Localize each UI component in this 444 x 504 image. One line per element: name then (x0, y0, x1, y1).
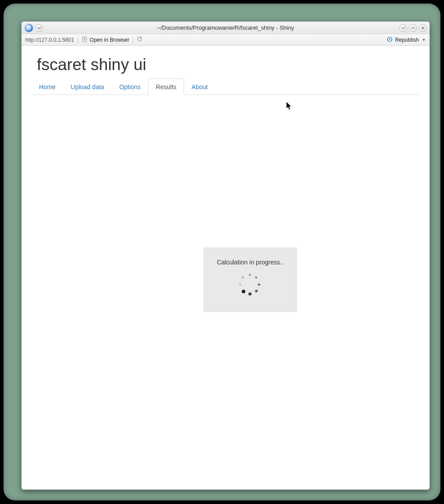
mouse-cursor-icon (286, 102, 292, 112)
tab-upload-data[interactable]: Upload data (63, 79, 112, 95)
minimize-button[interactable] (399, 24, 407, 32)
close-button[interactable] (419, 24, 427, 32)
progress-message: Calculation in progress.. (217, 259, 283, 266)
page-title: fscaret shiny ui (22, 46, 429, 79)
republish-label: Republish (395, 37, 419, 43)
app-window: R ~/Documents/Programowanie/R/fscaret_sh… (21, 21, 430, 490)
window-menu-button[interactable] (35, 24, 43, 32)
spinner-icon (239, 274, 261, 296)
publish-icon (386, 36, 393, 44)
republish-button[interactable]: Republish ▼ (386, 36, 426, 44)
open-in-browser-button[interactable]: Open in Browser (82, 36, 129, 43)
progress-box: Calculation in progress.. (204, 248, 297, 312)
r-logo-icon: R (24, 24, 33, 32)
tab-about[interactable]: About (184, 79, 216, 95)
window-title: ~/Documents/Programowanie/R/fscaret_shin… (22, 24, 429, 31)
refresh-button[interactable] (137, 36, 143, 43)
titlebar: R ~/Documents/Programowanie/R/fscaret_sh… (22, 22, 429, 34)
url-display: http://127.0.0.1:5801 (25, 37, 74, 43)
browser-icon (82, 36, 88, 43)
toolbar: http://127.0.0.1:5801 Open in Browser Re… (22, 34, 429, 46)
svg-point-2 (389, 38, 390, 39)
maximize-button[interactable] (409, 24, 417, 32)
desktop-background: R ~/Documents/Programowanie/R/fscaret_sh… (4, 4, 440, 500)
tab-options[interactable]: Options (112, 79, 148, 95)
caret-down-icon: ▼ (422, 38, 426, 42)
separator (78, 36, 78, 43)
separator (133, 36, 133, 43)
open-in-browser-label: Open in Browser (90, 37, 129, 43)
nav-tabs: Home Upload data Options Results About (31, 79, 420, 95)
tab-home[interactable]: Home (31, 79, 63, 95)
content-area: fscaret shiny ui Home Upload data Option… (22, 46, 429, 489)
tab-results[interactable]: Results (148, 79, 184, 95)
